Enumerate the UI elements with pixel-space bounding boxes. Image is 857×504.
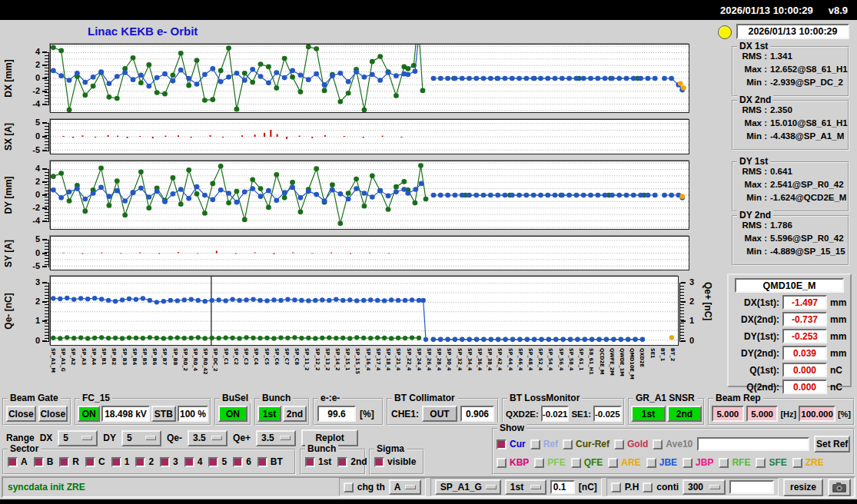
- bunch-2nd-button[interactable]: 2nd: [283, 406, 307, 422]
- bunch-view-checkbox-2nd[interactable]: [337, 457, 347, 467]
- show-checkbox-gold[interactable]: [614, 439, 624, 449]
- plot-qe-canvas: [51, 277, 678, 345]
- dropdown-glyph: [211, 436, 222, 440]
- show-item-are: ARE: [608, 457, 640, 468]
- dropdown-value: 5: [127, 433, 132, 443]
- bpm-label: SP_18_4: [385, 348, 391, 371]
- screenshot-button[interactable]: [828, 479, 851, 496]
- series-latest: [669, 335, 674, 340]
- beam-gate-group: Beam Gate Close Close: [2, 398, 71, 426]
- beam-gate-close1-button[interactable]: Close: [6, 406, 36, 422]
- threshold-input[interactable]: [550, 480, 575, 494]
- stat-row-label: Min :: [736, 247, 767, 256]
- sector-label: BT: [271, 456, 283, 467]
- beam-rep-hz-unit: [Hz]: [780, 410, 796, 419]
- bt-lossmonitor-title: BT LossMonitor: [507, 393, 582, 403]
- interval-input[interactable]: [729, 480, 774, 494]
- acquisition-panel: P.H conti 300: [606, 478, 779, 496]
- show-checkbox-cur[interactable]: [497, 439, 507, 449]
- bunch-dropdown[interactable]: 1st: [505, 479, 546, 495]
- gr-snsr-1st-button[interactable]: 1st: [631, 406, 666, 422]
- bunch-view-checkbox-1st[interactable]: [305, 457, 315, 467]
- plot-dx-canvas: [51, 45, 689, 112]
- show-checkbox-ave10[interactable]: [653, 439, 663, 449]
- range-qe--dropdown[interactable]: 3.5: [188, 430, 228, 446]
- ytick-dx: 0: [17, 73, 40, 82]
- show-checkbox-rfe[interactable]: [719, 458, 729, 468]
- show-checkbox-ref[interactable]: [530, 439, 540, 449]
- show-label: JBE: [659, 457, 677, 468]
- beam-gate-close2-button[interactable]: Close: [38, 406, 68, 422]
- resize-button[interactable]: resize: [783, 479, 823, 496]
- range-dx-dropdown[interactable]: 5: [58, 430, 98, 446]
- busel-on-indicator[interactable]: ON: [218, 406, 247, 422]
- thresh-group-dropdown[interactable]: A: [389, 479, 421, 495]
- bpm-label: SP_B5: [141, 348, 148, 365]
- dropdown-glyph: [81, 436, 92, 440]
- chg-th-checkbox[interactable]: [344, 482, 354, 492]
- stat-row-label: Min :: [736, 131, 767, 141]
- sector-label: 4: [198, 456, 203, 467]
- ee-ratio-title: e-:e-: [318, 393, 342, 403]
- sector-checkbox-3[interactable]: [160, 457, 170, 467]
- plot-qe: [50, 276, 679, 346]
- sector-checkbox-c[interactable]: [85, 457, 95, 467]
- sector-checkbox-5[interactable]: [208, 457, 218, 467]
- sector-checkbox-1[interactable]: [111, 457, 121, 467]
- sector-label: B: [47, 456, 54, 467]
- ref-name-input[interactable]: [697, 437, 809, 451]
- sector-checkbox-r[interactable]: [59, 457, 69, 467]
- show-checkbox-kbp[interactable]: [497, 458, 507, 468]
- bpm-label: SP_R0_4: [192, 348, 198, 371]
- show-checkbox-jbe[interactable]: [646, 458, 656, 468]
- ytick-qe: 1: [17, 316, 40, 325]
- bpm-dropdown[interactable]: SP_A1_G: [435, 479, 501, 495]
- stat-row-label: Max :: [736, 234, 767, 243]
- show-checkbox-sfe[interactable]: [756, 458, 766, 468]
- range-dy-dropdown[interactable]: 5: [121, 430, 161, 446]
- sector-group: Sector ABRC123456BT: [2, 449, 296, 475]
- ytick-dx: -2: [17, 86, 40, 95]
- bunch-view-title: Bunch: [305, 443, 338, 454]
- stat-row-label: Max :: [736, 65, 767, 74]
- sector-label: C: [98, 456, 105, 467]
- beam-rep-value2: 5.000: [746, 406, 779, 422]
- stat-row-label: RMS :: [736, 51, 767, 61]
- show-checkbox-jbp[interactable]: [683, 458, 693, 468]
- fc15-stb-button[interactable]: STB: [151, 406, 176, 422]
- busel-title: BuSel: [220, 393, 251, 403]
- show-checkbox-zre[interactable]: [792, 458, 802, 468]
- sector-checkbox-b[interactable]: [34, 457, 44, 467]
- ph-checkbox[interactable]: [611, 482, 621, 492]
- sector-checkbox-a[interactable]: [8, 457, 18, 467]
- monitor-row-value: 0.000: [782, 363, 827, 377]
- bunch-1st-button[interactable]: 1st: [257, 406, 281, 422]
- sector-checkbox-4[interactable]: [184, 457, 194, 467]
- show-checkbox-qfe[interactable]: [571, 458, 581, 468]
- show-checkbox-cur-ref[interactable]: [563, 439, 573, 449]
- stat-row-value: 12.652@S8_61_H1: [770, 65, 848, 74]
- range-qe+-label: Qe+: [233, 433, 251, 443]
- set-ref-button[interactable]: Set Ref: [814, 436, 850, 453]
- monitor-row-unit: mm: [830, 348, 846, 359]
- gr-snsr-2nd-button[interactable]: 2nd: [667, 406, 702, 422]
- sector-checkbox-bt[interactable]: [257, 457, 267, 467]
- che1-out-button[interactable]: OUT: [422, 406, 457, 422]
- fc15-on-indicator[interactable]: ON: [78, 406, 100, 422]
- ytick-dx: -4: [17, 99, 40, 108]
- fc15-title: FC_15: [80, 393, 112, 403]
- monitor-row: DX(2nd):-0.737mm: [732, 312, 847, 327]
- sector-checkbox-2[interactable]: [135, 457, 145, 467]
- sector-item-c: C: [85, 456, 105, 467]
- conti-checkbox[interactable]: [643, 482, 653, 492]
- sigma-visible-checkbox[interactable]: [374, 457, 384, 467]
- ytick-sy: 0: [17, 248, 40, 257]
- sector-checkbox-6[interactable]: [233, 457, 243, 467]
- stat-row: RMS :1.786: [736, 220, 846, 230]
- interval-dropdown[interactable]: 300: [683, 479, 726, 495]
- show-checkbox-pfe[interactable]: [534, 458, 544, 468]
- range-qe+-dropdown[interactable]: 3.5: [256, 430, 296, 446]
- bpm-label: SP_R0_42: [202, 348, 208, 375]
- show-checkbox-are[interactable]: [608, 458, 618, 468]
- bpm-label: SP_34_4: [467, 348, 473, 371]
